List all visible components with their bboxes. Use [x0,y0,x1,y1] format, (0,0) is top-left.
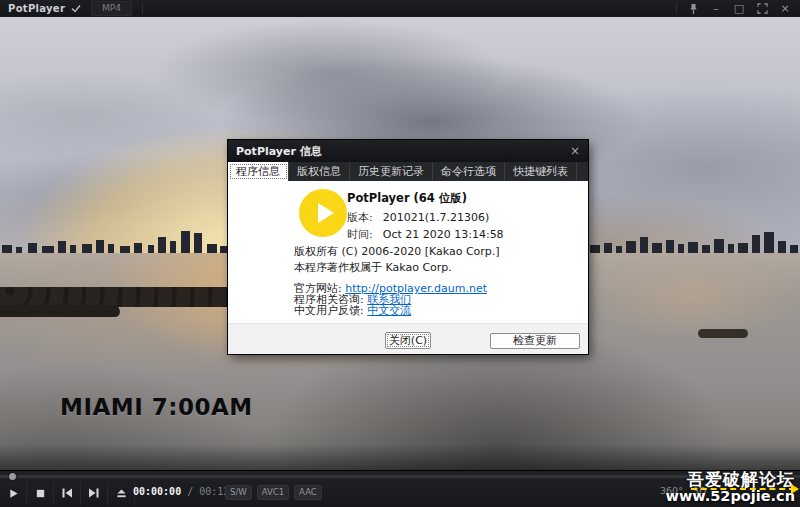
app-name: PotPlayer (64 位版) [347,191,467,206]
potplayer-logo-icon [299,189,347,237]
dialog-title: PotPlayer 信息 [236,144,322,159]
video-codec-badge: AVC1 [257,485,289,500]
close-dialog-button[interactable]: 关闭(C) [385,332,431,349]
decoder-badge: S/W [225,485,252,500]
minimize-button[interactable]: – [709,3,723,15]
codec-badges: S/W AVC1 AAC [225,485,322,500]
audio-codec-badge: AAC [294,485,322,500]
build-time-value: Oct 21 2020 13:14:58 [383,228,504,241]
version-label: 版本: [347,211,373,224]
check-update-button[interactable]: 检查更新 [490,333,580,349]
mode-3d-button[interactable]: 3D [693,485,706,496]
eject-button[interactable] [108,481,135,505]
view-mode-controls: 360° 3D [660,485,706,496]
chinese-feedback-link[interactable]: 中文交流 [367,304,411,317]
shoreline-trees [0,287,240,307]
small-island [698,329,748,338]
potplayer-window: PotPlayer MP4 – □ × [0,0,800,507]
playback-bar: 00:00:00 / 00:12:04 S/W AVC1 AAC 360° 3D [0,470,800,507]
copyright-line2: 本程序著作权属于 Kakao Corp. [294,260,452,275]
build-time-row: 时间:Oct 21 2020 13:14:58 [347,227,504,242]
play-button[interactable] [0,481,27,505]
seek-handle[interactable] [9,473,16,480]
window-controls: – □ × [666,3,800,15]
playlist-tab-mp4[interactable]: MP4 [91,1,132,16]
stop-button[interactable] [27,481,54,505]
version-row: 版本:201021(1.7.21306) [347,210,489,225]
titlebar-divider [142,3,143,14]
maximize-button[interactable]: □ [732,3,746,15]
seek-bar[interactable] [0,475,800,478]
check-icon [71,4,81,13]
dialog-tabs: 程序信息 版权信息 历史更新记录 命令行选项 快捷键列表 [228,162,588,181]
build-time-label: 时间: [347,228,373,241]
titlebar-divider [676,3,677,14]
dialog-body: PotPlayer (64 位版) 版本:201021(1.7.21306) 时… [228,181,588,354]
window-titlebar: PotPlayer MP4 – □ × [0,0,800,17]
time-separator: / [181,486,199,497]
version-value: 201021(1.7.21306) [383,211,490,224]
transport-controls [0,481,135,505]
play-glyph-icon [318,203,334,223]
tab-copyright-info[interactable]: 版权信息 [289,162,350,181]
about-dialog: PotPlayer 信息 × 程序信息 版权信息 历史更新记录 命令行选项 快捷… [228,140,588,354]
dialog-close-icon[interactable]: × [570,145,580,157]
previous-button[interactable] [54,481,81,505]
close-button[interactable]: × [778,3,792,15]
fullscreen-icon[interactable] [755,3,769,15]
mode-360-button[interactable]: 360° [660,485,683,496]
tab-hotkey-list[interactable]: 快捷键列表 [505,162,577,181]
tab-commandline-options[interactable]: 命令行选项 [433,162,505,181]
pin-on-top-icon[interactable] [686,3,700,15]
current-time: 00:00:00 [133,486,181,497]
bottom-vignette [0,444,800,470]
chinese-feedback-label: 中文用户反馈: [294,304,364,317]
shoreline-trees [0,305,120,317]
tab-update-history[interactable]: 历史更新记录 [350,162,433,181]
copyright-line1: 版权所有 (C) 2006-2020 [Kakao Corp.] [294,244,500,259]
tab-program-info[interactable]: 程序信息 [228,162,289,181]
chinese-feedback-row: 中文用户反馈: 中文交流 [294,303,411,318]
next-button[interactable] [81,481,108,505]
dialog-titlebar: PotPlayer 信息 × [228,140,588,162]
video-caption: MIAMI 7:00AM [60,394,253,420]
app-title: PotPlayer [8,3,65,14]
